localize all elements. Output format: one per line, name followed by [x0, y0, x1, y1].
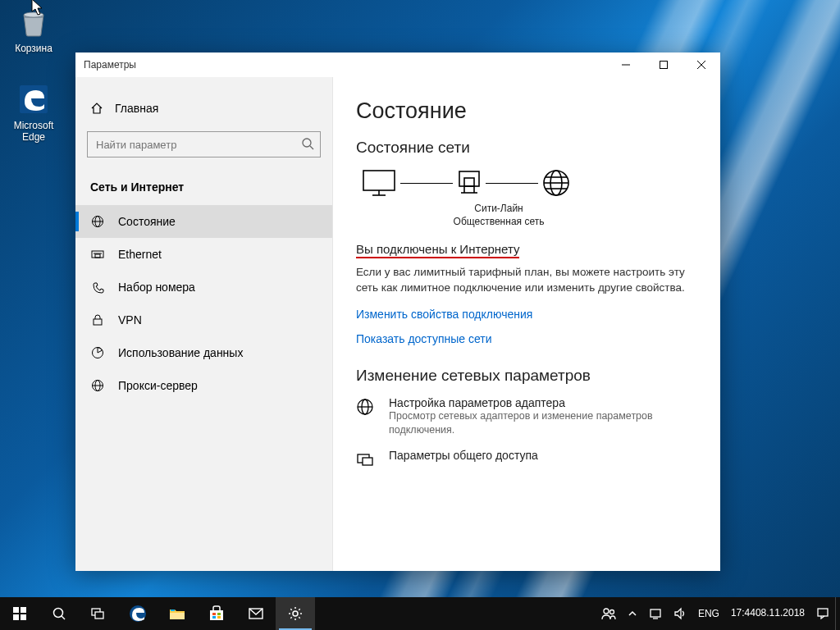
- taskbar-store[interactable]: [197, 597, 236, 630]
- taskbar-settings[interactable]: [276, 597, 315, 630]
- svg-rect-41: [13, 607, 19, 613]
- home-icon: [90, 102, 103, 115]
- category-title: Сеть и Интернет: [75, 172, 332, 205]
- svg-rect-27: [464, 178, 474, 186]
- connection-status: Вы подключены к Интернету: [356, 242, 519, 258]
- option-title: Параметры общего доступа: [389, 449, 538, 462]
- svg-rect-40: [363, 458, 372, 465]
- globe-icon: [90, 215, 105, 228]
- svg-rect-48: [95, 612, 103, 619]
- option-desc: Просмотр сетевых адаптеров и изменение п…: [389, 409, 668, 437]
- desktop-icon-edge[interactable]: Microsoft Edge: [3, 82, 64, 143]
- network-name: Сити-Лайн: [450, 203, 548, 214]
- search-input[interactable]: [87, 131, 321, 158]
- svg-rect-61: [651, 609, 660, 617]
- nav-item-dialup[interactable]: Набор номера: [75, 271, 332, 304]
- svg-rect-23: [363, 171, 395, 190]
- nav-item-vpn[interactable]: VPN: [75, 304, 332, 336]
- content-area: Состояние Состояние сети Сити-Лайн Общес…: [333, 77, 720, 571]
- section-network-status: Состояние сети: [356, 139, 697, 157]
- link-change-properties[interactable]: Изменить свойства подключения: [356, 308, 697, 321]
- sidebar: Главная Сеть и Интернет Состояние Ethern…: [75, 77, 333, 571]
- nav-label: Прокси-сервер: [118, 379, 198, 392]
- minimize-button[interactable]: [607, 52, 645, 77]
- section-change-settings: Изменение сетевых параметров: [356, 367, 697, 385]
- taskbar-mail[interactable]: [236, 597, 276, 630]
- svg-point-59: [604, 609, 609, 614]
- svg-point-58: [293, 611, 298, 616]
- start-button[interactable]: [0, 597, 39, 630]
- nav-item-ethernet[interactable]: Ethernet: [75, 238, 332, 271]
- show-desktop-button[interactable]: [835, 597, 840, 630]
- tray-people[interactable]: [596, 597, 622, 630]
- ethernet-icon: [90, 248, 105, 261]
- data-usage-icon: [90, 346, 105, 359]
- tray-clock[interactable]: 17:44 08.11.2018: [725, 597, 810, 630]
- nav-label: Ethernet: [118, 248, 162, 261]
- page-title: Состояние: [356, 98, 697, 124]
- pc-icon: [361, 168, 397, 198]
- desktop-icon-label: Корзина: [3, 43, 64, 54]
- tray-volume-icon[interactable]: [668, 597, 692, 630]
- home-label: Главная: [115, 102, 158, 115]
- option-adapter-settings[interactable]: Настройка параметров адаптера Просмотр с…: [356, 396, 697, 437]
- svg-point-6: [303, 139, 311, 147]
- clock-time: 17:44: [731, 608, 756, 619]
- adapter-icon: [356, 396, 377, 437]
- search-button[interactable]: [39, 597, 79, 630]
- svg-line-7: [310, 146, 313, 149]
- svg-rect-12: [95, 254, 100, 258]
- option-sharing[interactable]: Параметры общего доступа: [356, 449, 697, 468]
- proxy-icon: [90, 379, 105, 392]
- svg-rect-56: [217, 616, 221, 619]
- svg-rect-3: [660, 62, 668, 69]
- svg-rect-26: [459, 171, 479, 186]
- nav-item-proxy[interactable]: Прокси-сервер: [75, 369, 332, 402]
- option-title: Настройка параметров адаптера: [389, 396, 668, 409]
- link-show-networks[interactable]: Показать доступные сети: [356, 332, 697, 345]
- svg-rect-55: [212, 616, 216, 619]
- edge-icon: [16, 82, 51, 116]
- tray-network-icon[interactable]: [643, 597, 668, 630]
- nav-item-status[interactable]: Состояние: [75, 205, 332, 238]
- titlebar[interactable]: Параметры: [75, 52, 720, 77]
- home-button[interactable]: Главная: [75, 94, 332, 123]
- vpn-icon: [90, 313, 105, 326]
- nav-label: Набор номера: [118, 281, 195, 294]
- desktop-icon-label: Microsoft Edge: [3, 120, 64, 143]
- task-view-button[interactable]: [79, 597, 118, 630]
- svg-rect-63: [818, 609, 828, 616]
- taskbar-edge[interactable]: [118, 597, 158, 630]
- dialup-icon: [90, 281, 105, 294]
- cursor-icon: [31, 0, 44, 16]
- svg-rect-54: [217, 613, 221, 615]
- svg-rect-44: [21, 614, 26, 620]
- settings-window: Параметры Главная Сеть и Интернет Состоя…: [75, 52, 720, 571]
- svg-point-60: [609, 610, 614, 614]
- search-box[interactable]: [87, 131, 321, 158]
- tray-language[interactable]: ENG: [692, 597, 725, 630]
- nav-item-data-usage[interactable]: Использование данных: [75, 336, 332, 369]
- svg-line-46: [62, 616, 65, 619]
- svg-rect-42: [21, 607, 26, 613]
- close-button[interactable]: [682, 52, 720, 77]
- svg-rect-52: [210, 610, 223, 620]
- clock-date: 08.11.2018: [756, 608, 805, 619]
- svg-point-45: [54, 609, 63, 618]
- sharing-icon: [356, 449, 377, 468]
- tray-chevron-up-icon[interactable]: [622, 597, 643, 630]
- nav-label: Использование данных: [118, 346, 243, 359]
- nav-label: Состояние: [118, 215, 176, 228]
- tray-notifications-icon[interactable]: [810, 597, 835, 630]
- taskbar: ENG 17:44 08.11.2018: [0, 597, 840, 630]
- taskbar-explorer[interactable]: [158, 597, 197, 630]
- router-icon: [456, 168, 482, 198]
- maximize-button[interactable]: [645, 52, 682, 77]
- svg-rect-43: [13, 614, 19, 620]
- svg-rect-18: [94, 319, 102, 325]
- svg-rect-51: [171, 609, 175, 611]
- internet-icon: [541, 168, 571, 198]
- svg-rect-53: [212, 613, 216, 615]
- search-icon: [301, 137, 314, 150]
- system-tray: ENG 17:44 08.11.2018: [596, 597, 840, 630]
